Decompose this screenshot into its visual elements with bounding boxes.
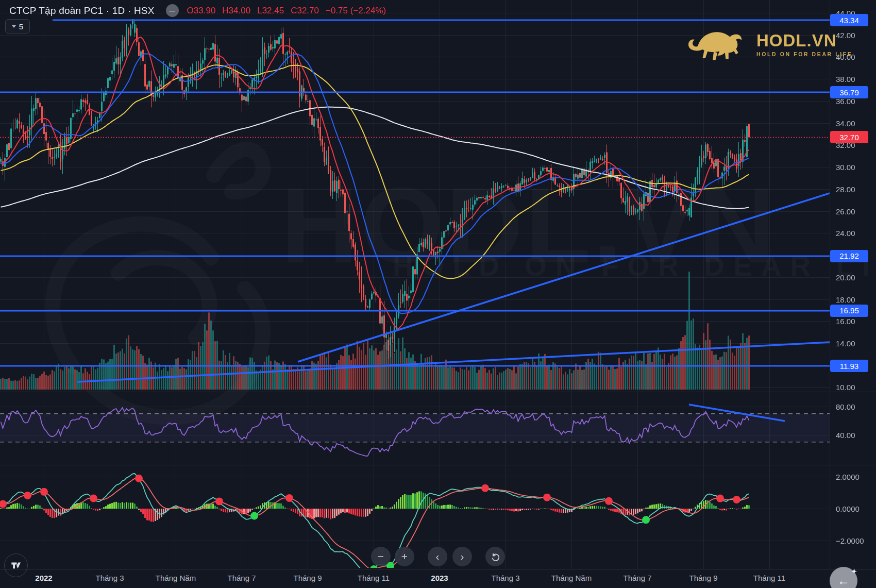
price-level-badge: 43.34 [830,14,868,26]
chevron-right-icon: › [461,550,464,563]
interval-value: 5 [19,22,23,31]
chevron-down-icon [12,25,16,28]
brand-name: HODL.VN [756,32,852,49]
last-price-badge: 32.70 [830,131,868,143]
time-axis[interactable]: 2022Tháng 3Tháng NămTháng 7Tháng 9Tháng … [0,569,876,588]
price-tick-label: 20.00 [836,273,855,281]
time-tick-label: Tháng 3 [95,574,124,582]
time-tick-label: Tháng 9 [689,574,717,582]
time-tick-label: Tháng 9 [293,574,322,582]
macd-tick-label: 2.0000 [836,472,860,481]
high-value: H34.00 [222,6,250,16]
price-level-badge: 21.92 [830,250,868,262]
price-tick-label: 34.00 [836,119,855,127]
plus-icon: + [401,550,408,563]
indicator-interval-dropdown[interactable]: 5 [5,19,30,33]
rsi-tick-label: 80.00 [836,402,855,411]
chart-plot-area[interactable] [0,0,830,569]
price-tick-label: 18.00 [836,295,855,304]
low-value: L32.45 [257,6,284,16]
ohlc-values: O33.90 H34.00 L32.45 C32.70 −0.75 (−2.24… [187,6,386,16]
pane-separator[interactable] [0,465,876,465]
open-value: O33.90 [187,6,216,16]
price-tick-label: 26.00 [836,207,855,215]
trading-chart-app: HODL.VN HOLD ON FOR DEAR LIFE CTCP Tập đ… [0,0,876,588]
time-tick-label: Tháng 7 [227,574,256,582]
price-tick-label: 10.00 [836,383,855,392]
pan-left-button[interactable]: ‹ [428,547,447,566]
time-tick-label: Tháng Năm [551,574,592,582]
zoom-out-button[interactable]: − [371,547,391,566]
price-level-badge: 16.95 [830,305,868,317]
price-axis[interactable]: 44.0042.0040.0038.0036.0034.0032.0030.00… [830,0,876,569]
price-level-badge: 11.93 [830,360,868,372]
macd-tick-label: −2.0000 [836,536,864,545]
rsi-tick-label: 40.00 [836,431,855,440]
macd-tick-label: 0.0000 [836,505,860,513]
arrow-left-icon: ← [837,574,850,588]
minus-icon: − [378,550,384,563]
reset-icon [491,552,500,562]
tradingview-icon [10,560,22,571]
price-tick-label: 24.00 [836,229,855,238]
time-tick-label: 2022 [35,574,52,582]
time-tick-label: Tháng Năm [156,574,196,582]
pane-separator[interactable] [0,392,876,392]
minus-icon: — [170,8,175,14]
time-tick-label: Tháng 11 [753,574,785,582]
time-tick-label: 2023 [431,574,448,582]
reset-view-button[interactable] [485,547,505,566]
zoom-in-button[interactable]: + [395,547,414,566]
price-tick-label: 30.00 [836,163,855,172]
time-tick-label: Tháng 7 [623,574,651,582]
tradingview-logo[interactable] [4,553,28,577]
price-tick-label: 28.00 [836,184,855,193]
collapse-indicator-button[interactable]: — [166,4,179,17]
price-tick-label: 38.00 [836,75,855,83]
price-level-badge: 36.79 [830,86,868,98]
chevron-left-icon: ‹ [436,550,440,563]
price-tick-label: 16.00 [836,317,855,326]
price-tick-label: 14.00 [836,339,855,348]
time-tick-label: Tháng 11 [358,574,390,582]
brand-logo: HODL.VN HOLD ON FOR DEAR LIFE [684,26,852,63]
symbol-header: CTCP Tập đoàn PC1 · 1D · HSX — O33.90 H3… [9,4,386,17]
brand-tagline: HOLD ON FOR DEAR LIFE [756,51,852,57]
time-tick-label: Tháng 3 [491,574,519,582]
symbol-title[interactable]: CTCP Tập đoàn PC1 · 1D · HSX [9,5,155,16]
pan-right-button[interactable]: › [452,547,472,566]
change-value: −0.75 (−2.24%) [326,6,386,16]
close-value: C32.70 [291,6,319,16]
bull-logo-icon [684,26,752,63]
